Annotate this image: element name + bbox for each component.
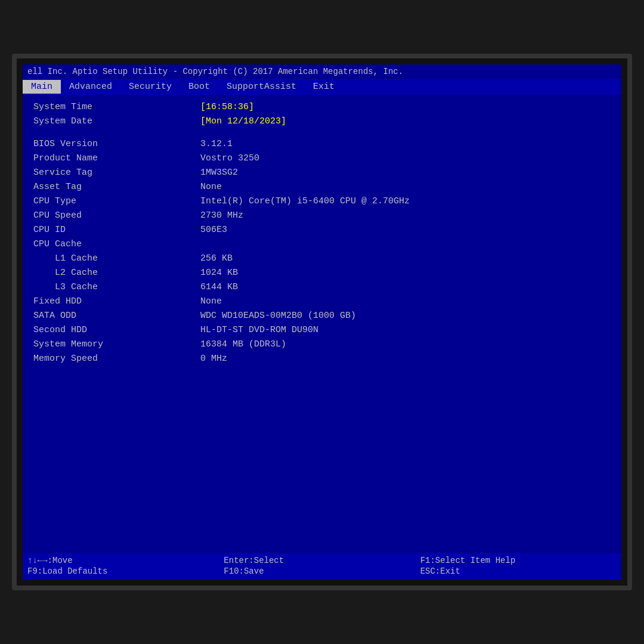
status-col-1: ↑↓←→:Move F9:Load Defaults [27,556,224,577]
field-value-5: 1MW3SG2 [200,168,238,178]
field-label-10: CPU Cache [33,239,200,249]
status-col-3: F1:Select Item Help ESC:Exit [420,556,617,577]
info-row-15: SATA ODDWDC WD10EADS-00M2B0 (1000 GB) [33,311,611,324]
info-row-14: Fixed HDDNone [33,296,611,309]
field-value-15: WDC WD10EADS-00M2B0 (1000 GB) [200,311,356,321]
status-help: F1:Select Item Help [420,556,617,565]
info-row-13: L3 Cache6144 KB [33,282,611,295]
monitor-bezel: ell Inc. Aptio Setup Utility - Copyright… [12,54,632,590]
info-row-18: Memory Speed0 MHz [33,354,611,367]
status-save: F10:Save [224,566,420,576]
field-value-11: 256 KB [200,253,233,264]
field-value-7: Intel(R) Core(TM) i5-6400 CPU @ 2.70GHz [200,196,410,206]
field-label-9: CPU ID [33,225,200,235]
info-row-11: L1 Cache256 KB [33,253,611,267]
field-label-13: L3 Cache [33,282,200,292]
field-label-7: CPU Type [33,196,200,206]
info-row-10: CPU Cache [33,239,611,252]
status-enter: Enter:Select [224,556,420,565]
info-row-17: System Memory16384 MB (DDR3L) [33,339,611,352]
field-label-16: Second HDD [33,325,200,335]
field-label-8: CPU Speed [33,210,200,221]
menu-item-main[interactable]: Main [23,80,61,94]
field-value-12: 1024 KB [200,268,238,278]
field-label-4: Product Name [33,153,200,163]
field-label-3: BIOS Version [33,139,200,149]
menu-item-advanced[interactable]: Advanced [61,80,120,94]
status-esc: ESC:Exit [420,566,617,576]
info-row-7: CPU TypeIntel(R) Core(TM) i5-6400 CPU @ … [33,196,611,209]
title-bar: ell Inc. Aptio Setup Utility - Copyright… [23,64,621,79]
field-label-11: L1 Cache [33,253,200,264]
info-row-8: CPU Speed2730 MHz [33,210,611,224]
status-bar: ↑↓←→:Move F9:Load Defaults Enter:Select … [23,553,621,580]
field-value-9: 506E3 [200,225,227,235]
info-row-3: BIOS Version3.12.1 [33,139,611,152]
field-value-16: HL-DT-ST DVD-ROM DU90N [200,325,318,335]
status-col-2: Enter:Select F10:Save [224,556,420,577]
info-row-12: L2 Cache1024 KB [33,268,611,281]
field-label-5: Service Tag [33,168,200,178]
info-row-5: Service Tag1MW3SG2 [33,168,611,181]
field-value-6: None [200,182,222,192]
field-value-18: 0 MHz [200,354,227,364]
info-row-6: Asset TagNone [33,182,611,195]
menu-item-exit[interactable]: Exit [305,80,343,94]
field-value-1: [Mon 12/18/2023] [200,116,286,126]
field-value-17: 16384 MB (DDR3L) [200,339,286,349]
field-label-14: Fixed HDD [33,296,200,306]
menu-item-security[interactable]: Security [120,80,180,94]
info-row-0: System Time[16:58:36] [33,102,611,115]
field-value-3: 3.12.1 [200,139,233,149]
field-label-12: L2 Cache [33,268,200,278]
info-row-1: System Date[Mon 12/18/2023] [33,116,611,129]
bios-screen: ell Inc. Aptio Setup Utility - Copyright… [23,64,621,580]
field-label-18: Memory Speed [33,354,200,364]
menu-item-supportassist[interactable]: SupportAssist [218,80,305,94]
field-label-1: System Date [33,116,200,126]
field-label-0: System Time [33,102,200,112]
status-load-defaults: F9:Load Defaults [27,566,224,576]
info-row-9: CPU ID506E3 [33,225,611,238]
field-value-8: 2730 MHz [200,210,243,221]
field-value-14: None [200,296,222,306]
status-move: ↑↓←→:Move [27,556,224,565]
content-area: System Time[16:58:36]System Date[Mon 12/… [23,95,621,553]
field-value-0: [16:58:36] [200,102,254,112]
field-value-4: Vostro 3250 [200,153,259,163]
title-text: ell Inc. Aptio Setup Utility - Copyright… [27,67,403,76]
spacer-2 [33,131,611,139]
info-row-16: Second HDDHL-DT-ST DVD-ROM DU90N [33,325,611,338]
field-value-13: 6144 KB [200,282,238,292]
info-row-4: Product NameVostro 3250 [33,153,611,166]
field-label-6: Asset Tag [33,182,200,192]
menu-item-boot[interactable]: Boot [180,80,218,94]
field-label-15: SATA ODD [33,311,200,321]
field-label-17: System Memory [33,339,200,349]
menu-bar[interactable]: MainAdvancedSecurityBootSupportAssistExi… [23,79,621,95]
